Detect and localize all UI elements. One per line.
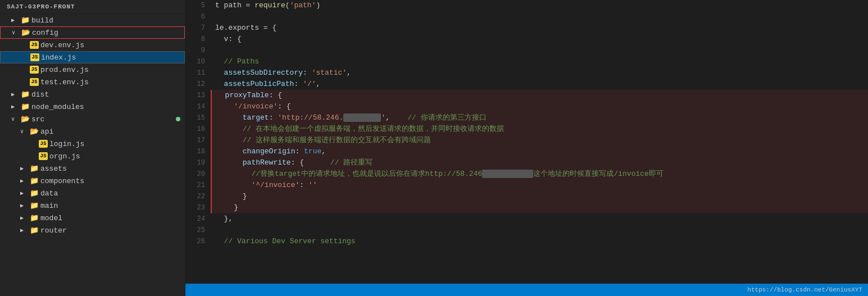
sidebar-tree: ▶ 📁 build ∨ 📂 config JS dev.env.js JS in… (0, 14, 185, 296)
sidebar-item-test-env[interactable]: JS test.env.js (0, 76, 185, 88)
sidebar-item-router[interactable]: ▶ 📁 router (0, 224, 185, 236)
sidebar-title: SAJT-G3PRO-FRONT (0, 0, 185, 14)
sidebar-item-assets[interactable]: ▶ 📁 assets (0, 162, 185, 175)
line-number-21: 21 (185, 180, 211, 191)
line-number-18: 18 (185, 146, 211, 157)
code-line-14: '/invoice': { (211, 101, 868, 112)
line-number-22: 22 (185, 191, 211, 202)
sidebar-item-prod-env[interactable]: JS prod.env.js (0, 63, 185, 76)
folder-open-icon: 📂 (20, 115, 30, 124)
sidebar-item-api[interactable]: ∨ 📂 api (0, 125, 185, 138)
line-number-11: 11 (185, 67, 211, 79)
sidebar-item-label: orgn.js (48, 152, 80, 161)
sidebar-item-label: components (39, 177, 84, 185)
sidebar-item-node-modules[interactable]: ▶ 📁 node_modules (0, 101, 185, 113)
sidebar-item-label: dev.env.js (39, 41, 84, 49)
folder-icon: 📁 (29, 226, 39, 235)
folder-icon: 📁 (29, 164, 39, 173)
folder-icon: 📁 (20, 102, 30, 111)
sidebar-item-dist[interactable]: ▶ 📁 dist (0, 88, 185, 101)
sidebar-item-label: login.js (48, 140, 84, 148)
line-number-14: 14 (185, 101, 211, 112)
code-line-15: target: 'http://58.246.████', // 你请求的第三方… (211, 112, 868, 124)
sidebar-item-label: model (39, 214, 62, 222)
folder-open-icon: 📂 (29, 127, 39, 136)
line-number-8: 8 (185, 34, 211, 45)
sidebar-item-orgn[interactable]: JS orgn.js (0, 150, 185, 162)
code-line-23: } (211, 202, 868, 213)
sidebar-item-label: data (39, 189, 58, 198)
sidebar-item-label: api (39, 127, 53, 136)
code-line-25 (211, 225, 868, 236)
sidebar: SAJT-G3PRO-FRONT ▶ 📁 build ∨ 📂 config JS… (0, 0, 185, 296)
line-number-16: 16 (185, 124, 211, 135)
sidebar-item-model[interactable]: ▶ 📁 model (0, 212, 185, 224)
editor: 5 6 7 8 9 10 11 12 13 14 15 16 17 18 19 … (185, 0, 868, 296)
chevron-right-icon: ▶ (20, 177, 29, 184)
sidebar-item-label: build (30, 16, 53, 25)
spacer (20, 42, 29, 48)
code-line-9 (211, 45, 868, 56)
sidebar-item-dev-env[interactable]: JS dev.env.js (0, 39, 185, 51)
line-number-24: 24 (185, 213, 211, 225)
js-file-icon: JS (38, 152, 48, 160)
line-numbers: 5 6 7 8 9 10 11 12 13 14 15 16 17 18 19 … (185, 0, 211, 284)
sidebar-item-data[interactable]: ▶ 📁 data (0, 187, 185, 199)
js-file-icon: JS (29, 41, 39, 49)
line-number-6: 6 (185, 11, 211, 22)
code-line-20: //替换target中的请求地址，也就是说以后你在请求http://58.246… (211, 169, 868, 180)
folder-icon: 📁 (29, 189, 39, 198)
spacer (29, 141, 38, 147)
sidebar-item-login[interactable]: JS login.js (0, 138, 185, 150)
sidebar-item-components[interactable]: ▶ 📁 components (0, 175, 185, 187)
code-line-12: assetsPublicPath: '/', (211, 79, 868, 90)
line-number-20: 20 (185, 169, 211, 180)
sidebar-item-main[interactable]: ▶ 📁 main (0, 199, 185, 212)
code-line-16: // 在本地会创建一个虚拟服务端，然后发送请求的数据，并同时接收请求的数据 (211, 124, 868, 135)
code-line-21: '^/invoice': '' (211, 180, 868, 191)
chevron-right-icon: ▶ (20, 227, 29, 234)
code-line-22: } (211, 191, 868, 202)
chevron-right-icon: ▶ (11, 103, 20, 110)
sidebar-item-label: router (39, 226, 67, 235)
js-file-icon: JS (30, 53, 40, 61)
code-line-11: assetsSubDirectory: 'static', (211, 67, 868, 79)
sidebar-item-label: main (39, 202, 58, 210)
sidebar-item-index[interactable]: JS index.js (0, 51, 185, 63)
sidebar-item-label: prod.env.js (39, 66, 89, 74)
sidebar-item-label: test.env.js (39, 78, 89, 86)
editor-content: 5 6 7 8 9 10 11 12 13 14 15 16 17 18 19 … (185, 0, 868, 284)
code-line-7: le.exports = { (211, 22, 868, 34)
line-number-23: 23 (185, 202, 211, 213)
chevron-right-icon: ▶ (20, 215, 29, 221)
js-file-icon: JS (38, 140, 48, 148)
sidebar-item-build[interactable]: ▶ 📁 build (0, 14, 185, 26)
chevron-down-icon: ∨ (20, 128, 29, 135)
code-line-8: v: { (211, 34, 868, 45)
spacer (20, 67, 29, 73)
sidebar-item-src[interactable]: ∨ 📂 src (0, 113, 185, 125)
code-line-13: proxyTable: { (211, 90, 868, 101)
folder-icon: 📁 (29, 213, 39, 222)
chevron-right-icon: ▶ (20, 165, 29, 172)
spacer (20, 79, 29, 85)
sidebar-item-config[interactable]: ∨ 📂 config (0, 26, 185, 39)
code-line-17: // 这样服务端和服务端进行数据的交互就不会有跨域问题 (211, 135, 868, 146)
folder-icon: 📁 (29, 176, 39, 185)
code-line-6 (211, 11, 868, 22)
line-number-10: 10 (185, 56, 211, 67)
chevron-right-icon: ▶ (11, 91, 20, 98)
csdn-url: https://blog.csdn.net/GeniusXYT (747, 286, 862, 293)
line-number-5: 5 (185, 0, 211, 11)
line-number-17: 17 (185, 135, 211, 146)
sidebar-item-label: index.js (40, 53, 76, 62)
line-number-13: 13 (185, 90, 211, 101)
js-file-icon: JS (29, 78, 39, 86)
folder-open-icon: 📂 (21, 28, 31, 37)
folder-icon: 📁 (20, 90, 30, 99)
code-editor[interactable]: t path = require('path') le.exports = { … (211, 0, 868, 284)
modified-indicator (176, 117, 180, 121)
chevron-right-icon: ▶ (11, 17, 20, 24)
chevron-down-icon: ∨ (12, 29, 21, 36)
sidebar-item-label: dist (30, 90, 49, 99)
